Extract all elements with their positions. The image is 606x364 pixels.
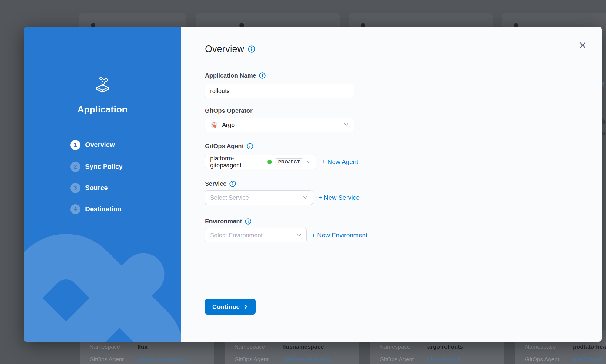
application-name-label: Application Name [205, 72, 256, 79]
step-number: 1 [70, 140, 80, 150]
agent-health-dot [267, 160, 272, 164]
application-name-input[interactable] [205, 84, 354, 98]
gitops-agent-link: platformgitopsag... [137, 356, 189, 363]
gitops-agent-link: platformgitopsag... [282, 356, 334, 363]
clipped-text-fragment: be [602, 118, 606, 125]
step-number: 3 [70, 183, 80, 193]
step-destination[interactable]: 4 Destination [70, 204, 122, 214]
service-placeholder: Select Service [210, 194, 249, 201]
namespace-value: argo-rollouts [427, 343, 463, 350]
namespace-value: flusnamespace [282, 343, 324, 350]
step-source[interactable]: 3 Source [70, 183, 108, 193]
wizard-content: Overview Application Name GitOps Operato… [181, 27, 602, 342]
step-sync-policy[interactable]: 2 Sync Policy [70, 162, 123, 172]
service-label: Service [205, 180, 226, 187]
close-icon[interactable] [578, 41, 587, 50]
gitops-agent-label: GitOps Agent [89, 356, 137, 363]
step-label: Overview [85, 141, 115, 149]
service-select[interactable]: Select Service [205, 190, 313, 205]
gitops-agent-value: platform-gitopsagent [210, 155, 264, 169]
page-title: Overview [205, 44, 244, 55]
step-label: Destination [85, 205, 122, 213]
application-icon [94, 76, 111, 95]
info-icon[interactable] [247, 143, 253, 149]
chevron-right-icon [243, 304, 248, 309]
gitops-agent-label: GitOps Agent [380, 356, 427, 363]
new-service-link[interactable]: + New Service [318, 194, 360, 201]
environment-select[interactable]: Select Environment [205, 228, 307, 242]
continue-label: Continue [212, 303, 240, 310]
info-icon[interactable] [259, 72, 266, 79]
environment-placeholder: Select Environment [210, 232, 263, 239]
clipped-text-fragment: ux [602, 130, 606, 137]
wizard-title: Application [24, 104, 181, 115]
application-wizard-modal: Application 1 Overview 2 Sync Policy 3 S… [24, 27, 602, 342]
chevron-down-icon [303, 194, 308, 201]
info-icon[interactable] [229, 181, 236, 187]
gitops-operator-select[interactable]: Argo [205, 118, 354, 132]
new-environment-link[interactable]: + New Environment [312, 232, 367, 239]
continue-button[interactable]: Continue [205, 299, 256, 315]
environment-label: Environment [205, 218, 242, 225]
gitops-agent-link: platformgi [573, 356, 601, 363]
new-agent-link[interactable]: + New Agent [322, 158, 358, 165]
chevron-down-icon [297, 232, 302, 239]
step-number: 2 [70, 162, 80, 172]
gitops-agent-label: GitOps Agent [234, 356, 282, 363]
gitops-agent-label: GitOps Agent [205, 143, 244, 150]
namespace-label: Namespace [525, 343, 573, 350]
namespace-value: podtato-hea [573, 343, 606, 350]
gitops-agent-link: gitopsmgmt [427, 356, 460, 363]
scope-badge: PROJECT [275, 158, 303, 165]
info-icon[interactable] [248, 45, 255, 53]
step-label: Sync Policy [85, 163, 123, 171]
gitops-operator-label: GitOps Operator [205, 107, 253, 114]
namespace-label: Namespace [380, 343, 427, 350]
wizard-sidebar: Application 1 Overview 2 Sync Policy 3 S… [24, 27, 181, 342]
namespace-label: Namespace [89, 343, 137, 350]
step-label: Source [85, 184, 108, 192]
clipped-text-fragment: f [602, 81, 604, 88]
gitops-operator-value: Argo [222, 122, 235, 129]
gitops-agent-label: GitOps Agent [525, 356, 573, 363]
info-icon[interactable] [245, 218, 251, 225]
namespace-label: Namespace [234, 343, 282, 350]
step-number: 4 [70, 204, 80, 214]
argo-icon [210, 121, 218, 129]
chevron-down-icon [343, 122, 349, 129]
gitops-agent-select[interactable]: platform-gitopsagent PROJECT [205, 155, 316, 169]
step-overview[interactable]: 1 Overview [70, 140, 115, 150]
namespace-value: flux [137, 343, 148, 350]
chevron-down-icon [306, 159, 311, 164]
